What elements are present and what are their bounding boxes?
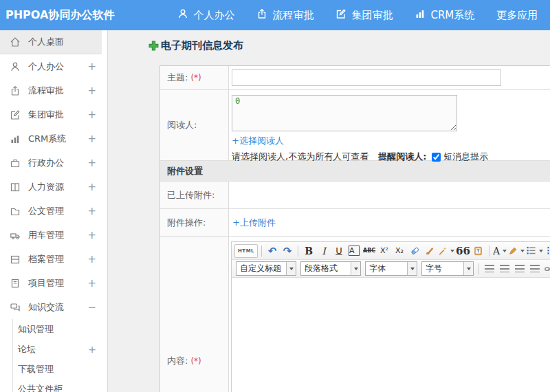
- sidebar-item-label: 知识交流: [28, 301, 87, 314]
- sidebar-subitem-knowledge-management[interactable]: 知识管理: [13, 319, 96, 339]
- sidebar-item-group-approval[interactable]: 集团审批 +: [0, 102, 102, 127]
- expand-toggle[interactable]: +: [87, 85, 96, 97]
- sidebar-item-workflow-approval[interactable]: 流程审批 +: [0, 78, 102, 102]
- folder-icon: [9, 205, 21, 217]
- choose-readers-link[interactable]: +选择阅读人: [232, 135, 284, 147]
- format-painter-button[interactable]: [423, 244, 437, 258]
- sidebar-item-label: 行政办公: [28, 157, 87, 169]
- bold-button[interactable]: B: [302, 244, 316, 258]
- magic-wand-icon: [438, 246, 448, 256]
- highlight-color-button[interactable]: [508, 244, 525, 258]
- sidebar-item-vehicle-management[interactable]: 用车管理 +: [0, 223, 102, 247]
- heading-select[interactable]: 自定义标题: [236, 261, 296, 276]
- editor-content-area[interactable]: [232, 278, 550, 392]
- book-icon: [9, 181, 21, 193]
- font-color-button[interactable]: A: [493, 244, 507, 258]
- sidebar-item-document-management[interactable]: 公文管理 +: [0, 199, 102, 223]
- expand-toggle[interactable]: +: [87, 109, 96, 121]
- caret-down-icon: [407, 262, 417, 275]
- redo-button[interactable]: ↷: [280, 244, 294, 258]
- edit-square-icon: [9, 109, 21, 120]
- sidebar-subitem-forum[interactable]: 论坛 +: [13, 339, 96, 359]
- expand-toggle[interactable]: +: [88, 344, 96, 355]
- nav-label: CRM系统: [430, 9, 474, 22]
- editor-toolbar-row1: HTML ↶ ↷ B I U A ABC X² X₂: [232, 242, 550, 260]
- sidebar-subitem-public-file-cabinet[interactable]: 公共文件柜: [13, 379, 96, 392]
- nav-group-approval[interactable]: 集团审批: [336, 8, 393, 22]
- sms-notify-checkbox[interactable]: [432, 153, 441, 162]
- sidebar-subitem-label: 知识管理: [18, 323, 96, 336]
- uploaded-attachments-row: 已上传附件:: [160, 182, 550, 209]
- sidebar-item-admin-office[interactable]: 行政办公 +: [0, 151, 102, 175]
- underline-button[interactable]: U: [332, 244, 346, 258]
- subscript-button[interactable]: X₂: [393, 244, 406, 258]
- font-size-select[interactable]: 字号: [421, 261, 474, 276]
- align-right-button[interactable]: [513, 262, 527, 276]
- bar-chart-icon: [415, 8, 426, 22]
- sidebar-item-personal-office[interactable]: 个人办公 +: [0, 54, 102, 78]
- superscript-button[interactable]: X²: [377, 244, 391, 258]
- blockquote-button[interactable]: 66: [456, 244, 470, 258]
- subject-input[interactable]: [232, 69, 501, 86]
- ordered-list-icon: [526, 246, 536, 255]
- upload-attachment-link[interactable]: +上传附件: [232, 217, 276, 229]
- sidebar-subitem-download-management[interactable]: 下载管理: [13, 359, 96, 379]
- nav-personal-office[interactable]: 个人办公: [177, 8, 234, 22]
- page-title: 电子期刊信息发布: [148, 39, 243, 52]
- expand-toggle[interactable]: +: [87, 253, 96, 265]
- insert-link-button[interactable]: [543, 262, 550, 276]
- justify-button[interactable]: [528, 262, 542, 276]
- undo-button[interactable]: ↶: [265, 244, 279, 258]
- align-center-icon: [500, 265, 509, 272]
- expand-toggle[interactable]: +: [87, 277, 96, 290]
- sidebar-item-archive-management[interactable]: 档案管理 +: [0, 247, 102, 271]
- align-right-icon: [515, 265, 525, 272]
- nav-more-apps[interactable]: 更多应用: [496, 9, 538, 22]
- knowledge-exchange-submenu: 知识管理 论坛 + 下载管理 公共文件柜: [12, 319, 107, 392]
- sidebar-item-label: 集团审批: [28, 109, 87, 121]
- sidebar-subitem-label: 公共文件柜: [18, 383, 96, 392]
- expand-toggle[interactable]: +: [87, 157, 96, 169]
- paste-text-button[interactable]: [472, 244, 485, 258]
- html-source-button[interactable]: HTML: [234, 244, 258, 258]
- sidebar-item-crm-system[interactable]: CRM系统 +: [0, 127, 102, 151]
- app-logo: PHPOA协同办公软件: [6, 8, 114, 23]
- font-style-button[interactable]: A: [349, 246, 360, 256]
- readers-textarea[interactable]: 0: [232, 95, 457, 131]
- expand-toggle[interactable]: +: [87, 229, 96, 241]
- car-icon: [9, 229, 21, 241]
- expand-toggle[interactable]: +: [87, 133, 96, 145]
- align-center-button[interactable]: [498, 262, 512, 276]
- sidebar-item-label: 个人桌面: [28, 36, 96, 48]
- ordered-list-button[interactable]: [526, 244, 543, 258]
- sidebar-subitem-label: 论坛: [18, 343, 88, 356]
- paragraph-format-select[interactable]: 段落格式: [300, 261, 361, 276]
- expand-toggle[interactable]: +: [87, 61, 96, 73]
- bullet-list-icon: [547, 246, 550, 255]
- align-left-button[interactable]: [483, 262, 496, 276]
- remove-format-button[interactable]: [408, 244, 421, 258]
- edit-square-icon: [336, 8, 346, 22]
- main-content: 电子期刊信息发布 主题: (*) 阅读人: 0 +选择阅: [108, 30, 550, 392]
- unordered-list-button[interactable]: [544, 244, 550, 258]
- remind-readers-label: 提醒阅读人:: [378, 151, 426, 163]
- sidebar-item-human-resources[interactable]: 人力资源 +: [0, 175, 102, 199]
- rich-text-editor: HTML ↶ ↷ B I U A ABC X² X₂: [231, 241, 550, 392]
- collapse-toggle[interactable]: −: [87, 301, 96, 314]
- nav-label: 集团审批: [351, 9, 393, 22]
- sidebar-item-personal-desktop[interactable]: 个人桌面: [0, 30, 102, 54]
- font-family-select[interactable]: 字体: [365, 261, 417, 276]
- quick-format-button[interactable]: [438, 244, 454, 258]
- nav-workflow-approval[interactable]: 流程审批: [256, 8, 314, 22]
- nav-crm-system[interactable]: CRM系统: [415, 8, 474, 22]
- sidebar-item-knowledge-exchange[interactable]: 知识交流 −: [0, 295, 102, 319]
- sidebar-item-project-management[interactable]: 项目管理 +: [0, 271, 102, 295]
- attachment-operation-label: 附件操作:: [160, 209, 229, 236]
- expand-toggle[interactable]: +: [87, 181, 96, 193]
- italic-button[interactable]: I: [317, 244, 331, 258]
- expand-toggle[interactable]: +: [87, 205, 96, 217]
- strikethrough-button[interactable]: ABC: [362, 244, 376, 258]
- attachments-section-header: 附件设置: [160, 161, 550, 182]
- uploaded-attachments-label: 已上传附件:: [160, 182, 229, 208]
- sms-notify-label: 短消息提示: [443, 151, 488, 163]
